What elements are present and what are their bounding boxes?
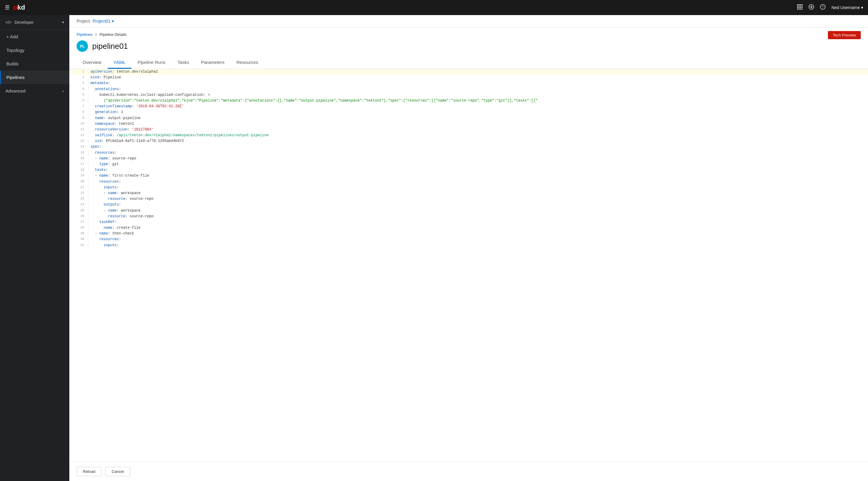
line-number: 25 (69, 208, 88, 214)
line-number: 1 (69, 69, 88, 75)
line-number: 31 (69, 243, 88, 248)
builds-label: Builds (6, 61, 19, 66)
help-icon[interactable]: ? (820, 4, 826, 11)
table-row: 28 name: create-file (69, 225, 868, 231)
line-code: inputs: (88, 243, 868, 248)
svg-rect-4 (799, 6, 801, 8)
table-row: 14spec: (69, 144, 868, 150)
hamburger-icon[interactable]: ☰ (5, 4, 10, 11)
tab-overview[interactable]: Overview (76, 57, 107, 69)
sidebar-item-add[interactable]: + Add (0, 30, 69, 43)
line-code: resources: (88, 150, 868, 156)
yaml-editor[interactable]: 1apiVersion: tekton.dev/v1alpha12kind: P… (69, 69, 868, 462)
project-name-text: Project01 (93, 19, 110, 24)
table-row: 10 namespace: tekton1 (69, 121, 868, 127)
table-row: 12 selfLink: /apis/tekton.dev/v1alpha1/n… (69, 133, 868, 138)
table-row: 1apiVersion: tekton.dev/v1alpha1 (69, 69, 868, 75)
line-number: 11 (69, 127, 88, 133)
tab-tasks[interactable]: Tasks (172, 57, 195, 69)
username-label: Ned Username (832, 5, 860, 10)
logo-o: o (13, 4, 17, 11)
sidebar-role-header[interactable]: </> Developer ▾ (0, 15, 69, 30)
line-number: 27 (69, 219, 88, 225)
line-code: metadata: (88, 81, 868, 86)
line-code: - name: first-create-file (88, 173, 868, 179)
project-header: Project: Project01 ▾ (69, 15, 868, 27)
line-code: - name: source-repo (88, 156, 868, 162)
page-header: Pipelines > Pipeline Details Tech Previe… (69, 27, 868, 69)
line-code: {"apiVersion":"tekton.dev/v1alpha1","kin… (88, 98, 868, 104)
table-row: 18 tasks: (69, 167, 868, 173)
sidebar-item-topology[interactable]: Topology (0, 43, 69, 57)
project-name[interactable]: Project01 ▾ (93, 19, 114, 24)
pipeline-badge: PL (76, 40, 88, 52)
table-row: 27 taskRef: (69, 219, 868, 225)
line-code: name: output-pipeline (88, 116, 868, 121)
project-label: Project: (76, 19, 91, 24)
table-row: 15 resources: (69, 150, 868, 156)
line-code: inputs: (88, 185, 868, 190)
line-code: name: create-file (88, 225, 868, 231)
line-code: resources: (88, 179, 868, 185)
top-nav: ☰ okd (0, 0, 868, 15)
sidebar: </> Developer ▾ + Add Topology Builds Pi… (0, 15, 69, 481)
role-chevron-icon: ▾ (62, 20, 64, 24)
table-row: 3metadata: (69, 81, 868, 86)
line-code: resourceVersion: '20127004' (88, 127, 868, 133)
plus-icon[interactable] (809, 4, 814, 11)
yaml-table: 1apiVersion: tekton.dev/v1alpha12kind: P… (69, 69, 868, 248)
line-code: taskRef: (88, 219, 868, 225)
advanced-chevron-icon: › (62, 88, 64, 93)
line-code: - name: workspace (88, 190, 868, 196)
reload-button[interactable]: Reload (76, 467, 101, 476)
svg-text:?: ? (822, 5, 824, 9)
line-code: selfLink: /apis/tekton.dev/v1alpha1/name… (88, 133, 868, 138)
line-code: kind: Pipeline (88, 75, 868, 81)
pipeline-name: pipeline01 (92, 41, 128, 51)
table-row: 21 inputs: (69, 185, 868, 190)
line-number: 26 (69, 214, 88, 219)
tab-pipeline-runs[interactable]: Pipeline Runs (131, 57, 172, 69)
table-row: 9 name: output-pipeline (69, 116, 868, 121)
cancel-button[interactable]: Cancel (105, 467, 130, 476)
line-number: 8 (69, 109, 88, 115)
line-number: 9 (69, 116, 88, 121)
table-row: 2kind: Pipeline (69, 75, 868, 81)
line-code: type: git (88, 162, 868, 167)
table-row: 20 resources: (69, 179, 868, 185)
tab-parameters[interactable]: Parameters (195, 57, 230, 69)
line-code: tasks: (88, 167, 868, 173)
sidebar-item-advanced[interactable]: Advanced › (0, 84, 69, 98)
svg-rect-5 (801, 6, 803, 8)
pipelines-label: Pipelines (6, 75, 25, 80)
sidebar-item-pipelines[interactable]: Pipelines (0, 70, 69, 84)
tab-yaml[interactable]: YAML (107, 57, 132, 69)
table-row: 8 generation: 1 (69, 109, 868, 115)
pipeline-title: PL pipeline01 (76, 40, 861, 52)
breadcrumb-current: Pipeline Details (99, 32, 127, 37)
code-icon: </> (5, 20, 11, 25)
breadcrumb-pipelines[interactable]: Pipelines (76, 32, 93, 37)
content-area: Project: Project01 ▾ Pipelines > Pipelin… (69, 15, 868, 481)
project-chevron-icon: ▾ (112, 19, 114, 24)
logo-kd: kd (17, 4, 25, 11)
line-number: 5 (69, 92, 88, 98)
line-number: 28 (69, 225, 88, 231)
table-row: 13 uid: 6fcbd1a4-6af1-11e9-a778-1295abd4… (69, 138, 868, 144)
line-number: 10 (69, 121, 88, 127)
line-number: 7 (69, 104, 88, 109)
sidebar-item-builds[interactable]: Builds (0, 57, 69, 70)
table-row: 4 annotations: (69, 87, 868, 92)
line-code: outputs: (88, 202, 868, 207)
tab-resources[interactable]: Resources (230, 57, 264, 69)
line-number: 17 (69, 162, 88, 167)
grid-icon[interactable] (797, 4, 803, 11)
tech-preview-button[interactable]: Tech Preview (828, 31, 861, 39)
add-label: + Add (6, 34, 18, 39)
table-row: 30 resources: (69, 236, 868, 242)
line-number: 30 (69, 236, 88, 242)
user-menu[interactable]: Ned Username ▾ (832, 5, 863, 10)
line-number: 6 (69, 98, 88, 104)
table-row: 24 outputs: (69, 202, 868, 207)
svg-rect-8 (801, 8, 803, 10)
